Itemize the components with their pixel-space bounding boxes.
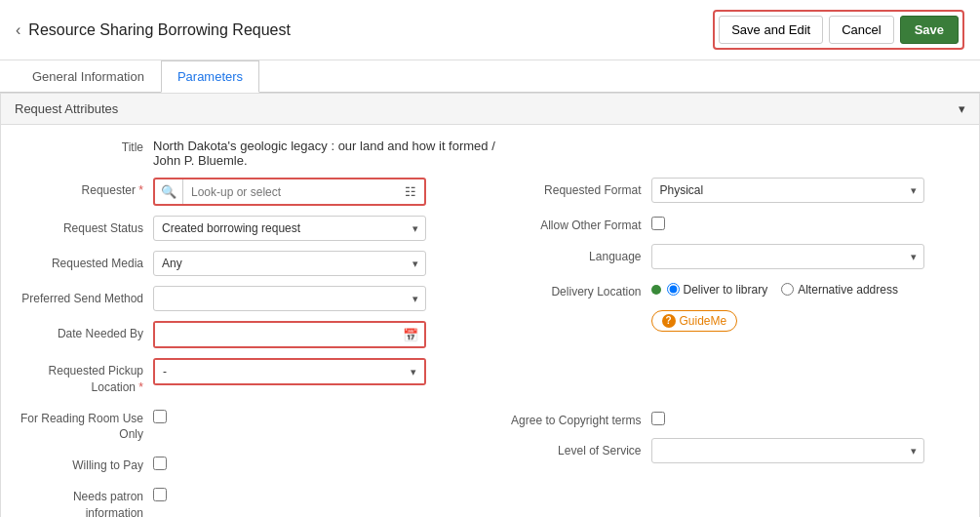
title-value: North Dakota's geologic legacy : our lan… [153, 135, 504, 168]
preferred-send-control: Email Mail [153, 286, 446, 311]
request-status-label: Request Status [17, 216, 153, 237]
alternative-address-label: Alternative address [798, 283, 898, 297]
needs-patron-checkbox[interactable] [153, 488, 167, 501]
requester-lookup-field[interactable]: 🔍 ☷ [153, 178, 426, 206]
guideme-row: ? GuideMe [505, 310, 964, 332]
two-col-layout: Requester * 🔍 ☷ Request Status [17, 178, 963, 517]
requester-required-star: * [138, 183, 143, 197]
needs-patron-row: Needs patron information [17, 484, 476, 517]
green-dot-icon [651, 285, 661, 295]
delivery-wrap: Deliver to library Alternative address [651, 279, 944, 297]
agree-copyright-label: Agree to Copyright terms [505, 408, 651, 429]
delivery-location-control: Deliver to library Alternative address [651, 279, 944, 297]
level-of-service-row: Level of Service Standard Rush [505, 438, 964, 463]
preferred-send-row: Preferred Send Method Email Mail [17, 286, 476, 311]
alternative-address-option: Alternative address [781, 283, 898, 297]
preferred-send-label: Preferred Send Method [17, 286, 153, 307]
guideme-control: ? GuideMe [651, 310, 944, 332]
question-mark-icon: ? [662, 314, 676, 328]
willing-to-pay-row: Willing to Pay [17, 453, 476, 474]
deliver-to-library-option: Deliver to library [651, 283, 768, 297]
language-row: Language English Spanish [505, 244, 964, 269]
level-of-service-control: Standard Rush [651, 438, 944, 463]
collapse-icon[interactable]: ▾ [959, 101, 965, 116]
willing-to-pay-control [153, 453, 446, 470]
page-title: Resource Sharing Borrowing Request [28, 21, 291, 39]
tab-general-information[interactable]: General Information [16, 60, 161, 93]
save-button[interactable]: Save [900, 16, 959, 44]
tab-parameters[interactable]: Parameters [161, 60, 259, 93]
guide-me-label: GuideMe [680, 314, 727, 328]
for-reading-label: For Reading Room Use Only [17, 406, 153, 444]
delivery-location-label: Delivery Location [505, 279, 651, 300]
preferred-send-select-wrap: Email Mail [153, 286, 426, 311]
requested-media-label: Requested Media [17, 251, 153, 272]
date-needed-input[interactable] [155, 323, 424, 346]
request-status-select[interactable]: Created borrowing request Pending Active [153, 216, 426, 241]
cancel-button[interactable]: Cancel [829, 16, 893, 44]
requested-format-label: Requested Format [505, 178, 651, 199]
search-icon: 🔍 [155, 179, 183, 204]
delivery-location-row: Delivery Location Deliver to library Alt… [505, 279, 964, 300]
requested-media-control: Any Book Article [153, 251, 446, 276]
requested-media-select-wrap: Any Book Article [153, 251, 426, 276]
request-status-select-wrap: Created borrowing request Pending Active [153, 216, 426, 241]
pickup-location-label: Requested Pickup Location * [17, 358, 153, 396]
allow-other-format-row: Allow Other Format [505, 213, 964, 234]
level-of-service-select-wrap: Standard Rush [651, 438, 924, 463]
agree-copyright-checkbox[interactable] [651, 412, 665, 425]
willing-to-pay-checkbox[interactable] [153, 457, 167, 470]
requested-format-select[interactable]: Physical Digital Microform [651, 178, 924, 203]
back-button[interactable]: ‹ [16, 21, 20, 39]
level-of-service-label: Level of Service [505, 438, 651, 459]
title-row: Title North Dakota's geologic legacy : o… [17, 135, 963, 168]
date-needed-control: 📅 [153, 321, 446, 348]
language-label: Language [505, 244, 651, 265]
list-icon[interactable]: ☷ [397, 179, 424, 204]
needs-patron-control [153, 484, 446, 501]
requested-format-control: Physical Digital Microform [651, 178, 944, 203]
level-of-service-select[interactable]: Standard Rush [651, 438, 924, 463]
alternative-address-radio[interactable] [781, 283, 794, 296]
agree-copyright-control [651, 408, 944, 425]
needs-patron-label: Needs patron information [17, 484, 153, 517]
request-status-control: Created borrowing request Pending Active [153, 216, 446, 241]
allow-other-format-checkbox-wrap [651, 213, 944, 230]
willing-to-pay-label: Willing to Pay [17, 453, 153, 474]
requested-media-row: Requested Media Any Book Article [17, 251, 476, 276]
deliver-to-library-label: Deliver to library [684, 283, 768, 297]
date-needed-label: Date Needed By [17, 321, 153, 342]
requester-row: Requester * 🔍 ☷ [17, 178, 476, 206]
willing-to-pay-checkbox-wrap [153, 453, 446, 470]
language-control: English Spanish [651, 244, 944, 269]
section-request-attributes: Request Attributes ▾ [0, 93, 980, 125]
allow-other-format-control [651, 213, 944, 230]
save-and-edit-button[interactable]: Save and Edit [719, 16, 823, 44]
date-needed-wrap: 📅 [153, 321, 426, 348]
request-status-row: Request Status Created borrowing request… [17, 216, 476, 241]
guide-me-button[interactable]: ? GuideMe [651, 310, 738, 332]
allow-other-format-checkbox[interactable] [651, 217, 665, 230]
deliver-to-library-radio[interactable] [667, 283, 680, 296]
pickup-location-row: Requested Pickup Location * - Main Libra… [17, 358, 476, 396]
pickup-required-star: * [138, 380, 143, 394]
title-label: Title [17, 135, 153, 156]
preferred-send-select[interactable]: Email Mail [153, 286, 426, 311]
needs-patron-checkbox-wrap [153, 484, 446, 501]
right-column: Requested Format Physical Digital Microf… [486, 178, 964, 517]
pickup-location-select[interactable]: - Main Library Branch [155, 360, 424, 383]
for-reading-row: For Reading Room Use Only [17, 406, 476, 444]
requester-label: Requester * [17, 178, 153, 199]
requester-input[interactable] [183, 180, 397, 204]
language-select-wrap: English Spanish [651, 244, 924, 269]
requested-media-select[interactable]: Any Book Article [153, 251, 426, 276]
for-reading-control [153, 406, 446, 423]
requester-control: 🔍 ☷ [153, 178, 446, 206]
page-header: ‹ Resource Sharing Borrowing Request Sav… [0, 0, 980, 60]
allow-other-format-label: Allow Other Format [505, 213, 651, 234]
for-reading-checkbox[interactable] [153, 410, 167, 423]
pickup-location-select-wrap: - Main Library Branch [153, 358, 426, 385]
language-select[interactable]: English Spanish [651, 244, 924, 269]
for-reading-checkbox-wrap [153, 406, 446, 423]
tab-bar: General Information Parameters [0, 60, 980, 93]
